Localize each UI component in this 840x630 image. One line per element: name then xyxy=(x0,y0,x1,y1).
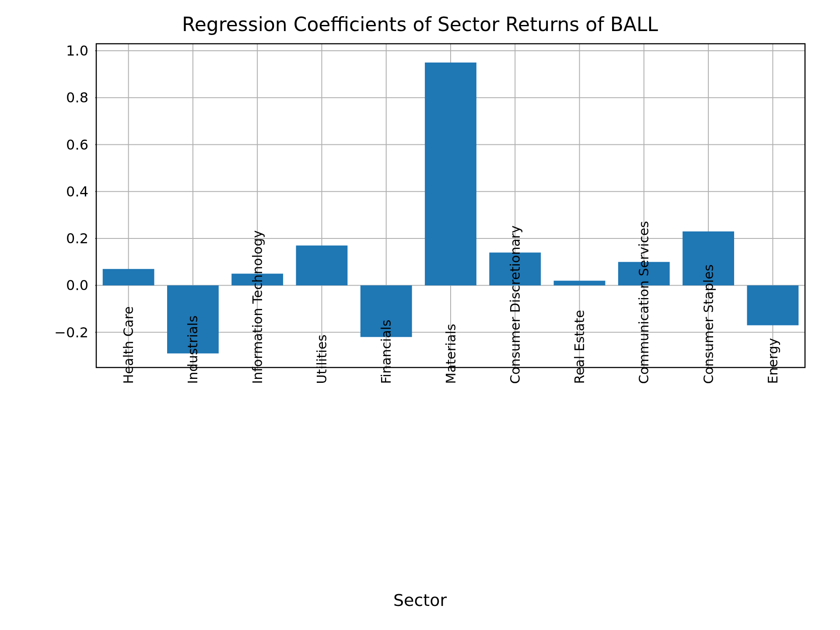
chart-container: Regression Coefficients of Sector Return… xyxy=(0,0,840,630)
y-tick-label: −0.2 xyxy=(54,326,88,340)
bar xyxy=(425,63,476,285)
y-tick-label: 1.0 xyxy=(66,44,88,58)
bar xyxy=(747,285,798,325)
bar xyxy=(296,245,348,285)
bar xyxy=(103,269,154,286)
y-tick-label: 0.4 xyxy=(66,185,88,199)
y-tick-label: 0.2 xyxy=(66,231,88,245)
chart-plot-area xyxy=(95,43,806,368)
bar xyxy=(554,281,606,286)
y-tick-label: 0.6 xyxy=(66,138,88,152)
x-axis-label: Sector xyxy=(0,591,840,610)
y-tick-label: 0.8 xyxy=(66,91,88,105)
chart-title: Regression Coefficients of Sector Return… xyxy=(0,13,840,35)
y-tick-label: 0.0 xyxy=(66,278,88,292)
